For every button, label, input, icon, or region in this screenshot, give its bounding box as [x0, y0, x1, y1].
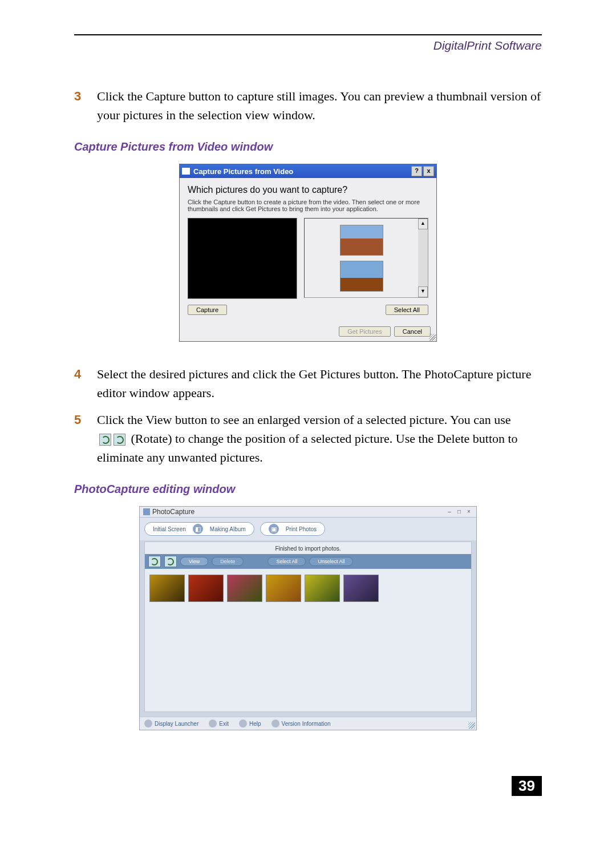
- maximize-button[interactable]: □: [455, 508, 463, 515]
- camera-icon: [182, 168, 190, 175]
- step-number: 3: [74, 87, 97, 106]
- nav-print-photos[interactable]: ▣ Print Photos: [260, 522, 325, 536]
- capture-dialog: Capture Pictures from Video ? x Which pi…: [179, 164, 437, 342]
- photo-thumb[interactable]: [266, 575, 301, 602]
- nav-label: Print Photos: [286, 526, 317, 532]
- photo-thumb[interactable]: [149, 575, 185, 602]
- close-button[interactable]: x: [423, 166, 434, 176]
- help-icon: [239, 720, 247, 727]
- header-rule: [74, 34, 542, 35]
- scroll-up-icon[interactable]: ▲: [418, 219, 428, 229]
- help-button[interactable]: ?: [411, 166, 422, 176]
- photo-thumb[interactable]: [305, 575, 340, 602]
- version-info-link[interactable]: Version Information: [271, 720, 331, 727]
- photo-thumb[interactable]: [227, 575, 262, 602]
- help-link[interactable]: Help: [239, 720, 261, 727]
- capture-button[interactable]: Capture: [188, 305, 227, 315]
- step-text: Click the Capture button to capture stil…: [97, 87, 542, 124]
- pc-gallery: [145, 569, 471, 712]
- unselect-all-button[interactable]: Unselect All: [309, 557, 353, 566]
- display-launcher-link[interactable]: Display Launcher: [144, 720, 198, 727]
- photocapture-window: PhotoCapture – □ × Initial Screen ◧ Maki…: [139, 506, 477, 730]
- rotate-right-icon[interactable]: [164, 556, 177, 567]
- step-4: 4 Select the desired pictures and click …: [74, 365, 542, 402]
- exit-icon: [209, 720, 217, 727]
- delete-button[interactable]: Delete: [212, 557, 244, 566]
- scroll-down-icon[interactable]: ▼: [418, 286, 428, 297]
- rotate-right-icon: [114, 434, 125, 446]
- rotate-left-icon[interactable]: [148, 556, 161, 567]
- pc-title-text: PhotoCapture: [152, 508, 444, 516]
- pc-footer: Display Launcher Exit Help Version Infor…: [140, 717, 476, 730]
- video-preview: [188, 218, 297, 299]
- view-button[interactable]: View: [180, 557, 208, 566]
- thumbnail-2[interactable]: [340, 261, 383, 292]
- close-button[interactable]: ×: [465, 508, 473, 515]
- pc-status: Finished to import photos.: [145, 542, 471, 554]
- info-icon: [271, 720, 279, 727]
- step-text: Select the desired pictures and click th…: [97, 365, 542, 402]
- nav-label: Making Album: [210, 526, 246, 532]
- pc-nav: Initial Screen ◧ Making Album ▣ Print Ph…: [140, 518, 476, 540]
- capture-subtext: Click the Capture button to create a pic…: [188, 199, 428, 212]
- page-number: 39: [512, 776, 542, 796]
- step-text: Click the View button to see an enlarged…: [97, 410, 542, 467]
- footer-label: Display Launcher: [155, 721, 198, 727]
- pc-titlebar: PhotoCapture – □ ×: [140, 507, 476, 518]
- capture-title: Capture Pictures from Video: [193, 167, 410, 176]
- resize-grip-icon[interactable]: [429, 334, 436, 341]
- exit-link[interactable]: Exit: [209, 720, 229, 727]
- step-text-b: (Rotate) to change the position of a sel…: [97, 431, 518, 464]
- caption-capture-window: Capture Pictures from Video window: [74, 140, 542, 153]
- photo-thumb[interactable]: [188, 575, 224, 602]
- scrollbar[interactable]: ▲ ▼: [418, 219, 428, 297]
- photo-thumb[interactable]: [343, 575, 379, 602]
- nav-label: Initial Screen: [153, 526, 186, 532]
- cancel-button[interactable]: Cancel: [394, 326, 431, 337]
- caption-edit-window: PhotoCapture editing window: [74, 483, 542, 496]
- capture-heading: Which pictures do you want to capture?: [188, 185, 428, 195]
- rotate-left-icon: [99, 434, 111, 446]
- app-icon: [143, 508, 150, 515]
- step-number: 4: [74, 365, 97, 383]
- resize-grip-icon[interactable]: [468, 722, 475, 729]
- pc-toolbar: View Delete Select All Unselect All: [145, 554, 471, 569]
- step-5: 5 Click the View button to see an enlarg…: [74, 410, 542, 467]
- thumbnail-1[interactable]: [340, 225, 383, 256]
- nav-initial-screen[interactable]: Initial Screen ◧ Making Album: [144, 522, 254, 536]
- step-text-a: Click the View button to see an enlarged…: [97, 413, 511, 427]
- launcher-icon: [144, 720, 152, 727]
- get-pictures-button[interactable]: Get Pictures: [339, 326, 391, 337]
- camera-icon: ◧: [193, 524, 203, 534]
- footer-label: Help: [249, 721, 261, 727]
- select-all-button[interactable]: Select All: [268, 557, 306, 566]
- section-header: DigitalPrint Software: [74, 39, 542, 52]
- thumbnail-panel: ▲ ▼: [304, 218, 428, 298]
- select-all-button[interactable]: Select All: [386, 305, 428, 315]
- step-3: 3 Click the Capture button to capture st…: [74, 87, 542, 124]
- capture-titlebar: Capture Pictures from Video ? x: [180, 164, 436, 178]
- minimize-button[interactable]: –: [445, 508, 453, 515]
- step-number: 5: [74, 410, 97, 429]
- printer-icon: ▣: [269, 524, 279, 534]
- footer-label: Exit: [219, 721, 229, 727]
- footer-label: Version Information: [282, 721, 331, 727]
